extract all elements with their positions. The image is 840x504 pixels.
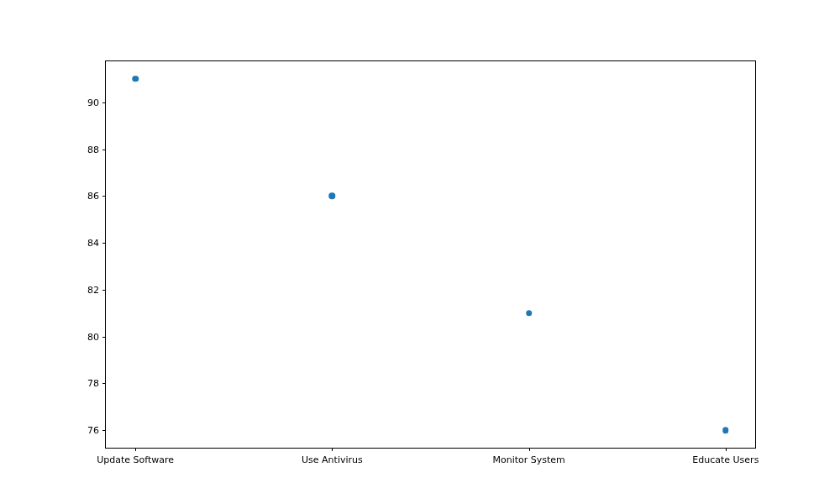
x-axis-label: Educate Users bbox=[692, 448, 759, 465]
x-axis-label: Update Software bbox=[97, 448, 174, 465]
chart-area: 76 78 80 82 84 86 88 90 bbox=[105, 60, 756, 449]
data-point-0 bbox=[132, 76, 139, 82]
data-point-2 bbox=[526, 310, 533, 317]
x-axis-label: Monitor System bbox=[492, 448, 564, 465]
y-axis-label: 86 bbox=[87, 191, 106, 202]
y-axis-label: 84 bbox=[87, 238, 106, 249]
y-axis-label: 90 bbox=[87, 97, 106, 108]
y-axis-label: 88 bbox=[87, 144, 106, 155]
y-axis-label: 76 bbox=[87, 425, 106, 436]
data-point-1 bbox=[329, 193, 336, 200]
data-point-3 bbox=[722, 427, 729, 433]
y-axis-label: 80 bbox=[87, 331, 106, 342]
plot-border: 76 78 80 82 84 86 88 90 bbox=[105, 60, 756, 449]
y-axis-label: 82 bbox=[87, 284, 106, 295]
y-axis-label: 78 bbox=[87, 378, 106, 389]
x-axis-label: Use Antivirus bbox=[302, 448, 363, 465]
